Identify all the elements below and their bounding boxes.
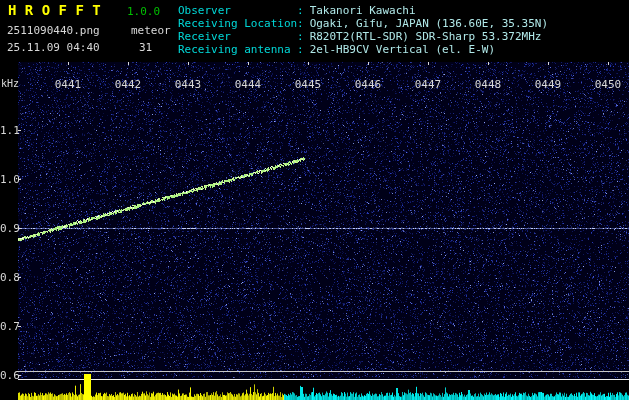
x-tick-label: 0441 [48, 78, 88, 91]
info-value: R820T2(RTL-SDR) SDR-Sharp 53.372MHz [310, 30, 542, 43]
spectrogram-canvas [0, 0, 629, 400]
y-tick-label: 0.7 [0, 320, 16, 333]
info-label: Observer [178, 4, 297, 17]
x-tick-label: 0446 [348, 78, 388, 91]
x-tick-label: 0450 [588, 78, 628, 91]
mode-label: meteor [131, 24, 171, 37]
info-value: Ogaki, Gifu, JAPAN (136.60E, 35.35N) [310, 17, 548, 30]
y-tick-label: 0.9 [0, 222, 16, 235]
y-tick-label: 0.6 [0, 369, 16, 382]
station-info: Observer:Takanori Kawachi Receiving Loca… [178, 4, 548, 56]
info-row-location: Receiving Location:Ogaki, Gifu, JAPAN (1… [178, 17, 548, 30]
app-version: 1.0.0 [127, 5, 160, 18]
info-separator: : [297, 43, 304, 56]
x-tick-label: 0447 [408, 78, 448, 91]
info-row-antenna: Receiving antenna:2el-HB9CV Vertical (el… [178, 43, 548, 56]
info-separator: : [297, 30, 304, 43]
info-label: Receiving Location [178, 17, 297, 30]
info-label: Receiver [178, 30, 297, 43]
x-tick-label: 0445 [288, 78, 328, 91]
x-tick-label: 0448 [468, 78, 508, 91]
x-tick-label: 0443 [168, 78, 208, 91]
y-axis-unit: kHz [1, 78, 19, 89]
meteor-count: 31 [139, 41, 152, 54]
output-filename: 2511090440.png [7, 24, 100, 37]
info-row-observer: Observer:Takanori Kawachi [178, 4, 548, 17]
info-separator: : [297, 17, 304, 30]
info-row-receiver: Receiver:R820T2(RTL-SDR) SDR-Sharp 53.37… [178, 30, 548, 43]
app-title: H R O F F T [8, 2, 101, 18]
x-tick-label: 0442 [108, 78, 148, 91]
info-separator: : [297, 4, 304, 17]
y-tick-label: 1.1 [0, 124, 16, 137]
info-value: 2el-HB9CV Vertical (el. E-W) [310, 43, 495, 56]
x-tick-label: 0444 [228, 78, 268, 91]
y-tick-label: 0.8 [0, 271, 16, 284]
x-tick-label: 0449 [528, 78, 568, 91]
info-label: Receiving antenna [178, 43, 297, 56]
hrofft-spectrogram-screenshot: H R O F F T 1.0.0 2511090440.png meteor … [0, 0, 629, 400]
y-tick-label: 1.0 [0, 173, 16, 186]
info-value: Takanori Kawachi [310, 4, 416, 17]
observation-datetime: 25.11.09 04:40 [7, 41, 100, 54]
